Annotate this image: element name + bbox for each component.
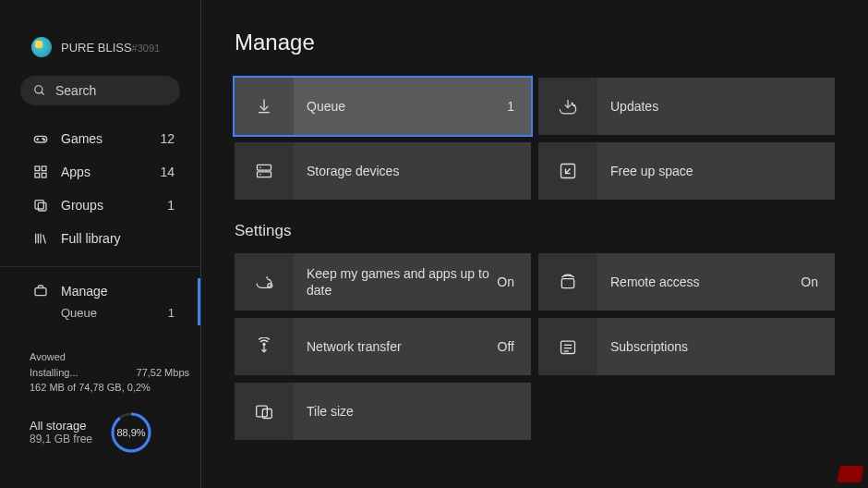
tile-value: 1 [507, 99, 514, 114]
library-icon [33, 231, 48, 246]
tile-label: Keep my games and apps up to date [307, 265, 497, 299]
install-title: Avowed [30, 349, 189, 365]
svg-line-1 [42, 92, 44, 95]
manage-tile-storage[interactable]: Storage devices [235, 142, 531, 200]
search-placeholder: Search [55, 83, 96, 98]
tile-label: Tile size [307, 403, 514, 420]
sidebar-item-label: Full library [61, 231, 121, 246]
remote-icon [538, 253, 597, 311]
nav: Games 12 Apps 14 Groups 1 Full library [0, 118, 200, 259]
storage-percent: 88,9% [109, 410, 153, 455]
sidebar-sub-queue[interactable]: Queue 1 [33, 304, 175, 325]
settings-tile-subscriptions[interactable]: Subscriptions [538, 318, 835, 375]
svg-rect-8 [42, 166, 46, 171]
svg-point-31 [262, 343, 265, 346]
tile-label: Free up space [610, 163, 818, 179]
network-icon [235, 318, 294, 375]
sidebar-item-apps[interactable]: Apps 14 [0, 155, 200, 189]
download-icon [235, 78, 294, 135]
svg-point-24 [259, 166, 261, 168]
storage-icon [235, 142, 294, 200]
profile-name: PURE BLISS [61, 41, 132, 55]
profile[interactable]: PURE BLISS#3091 [0, 0, 200, 76]
svg-point-0 [35, 86, 42, 93]
manage-tile-updates[interactable]: Updates [538, 78, 835, 135]
svg-rect-11 [35, 201, 43, 209]
sidebar-item-label: Apps [61, 165, 90, 179]
manage-grid: Queue1UpdatesStorage devicesFree up spac… [235, 78, 835, 200]
tilesize-icon [235, 383, 294, 440]
sidebar-item-groups[interactable]: Groups 1 [0, 189, 200, 222]
search-input[interactable]: Search [20, 76, 180, 105]
manage-icon [33, 284, 48, 299]
tile-value: Off [498, 339, 514, 354]
sidebar-item-manage[interactable]: Manage Queue 1 [0, 274, 200, 329]
svg-rect-23 [258, 172, 271, 177]
sidebar: PURE BLISS#3091 Search Games 12 Apps 14 … [0, 0, 201, 488]
svg-rect-10 [42, 173, 46, 177]
tile-label: Updates [610, 98, 818, 115]
sidebar-item-full-library[interactable]: Full library [0, 222, 200, 255]
divider [0, 266, 200, 267]
sidebar-sub-label: Queue [61, 306, 97, 320]
tile-label: Subscriptions [610, 338, 818, 355]
install-progress: 162 MB of 74,78 GB, 0,2% [30, 380, 189, 396]
updates-icon [538, 78, 597, 135]
settings-tile-keepupdate[interactable]: Keep my games and apps up to dateOn [235, 253, 531, 311]
svg-point-21 [573, 104, 575, 106]
install-status[interactable]: Avowed Installing... 77,52 Mbps 162 MB o… [0, 329, 200, 403]
search-icon [33, 84, 46, 97]
manage-tile-download[interactable]: Queue1 [235, 78, 531, 135]
sidebar-sub-count: 1 [168, 306, 175, 320]
keepupdate-icon [235, 253, 294, 311]
svg-point-27 [266, 276, 268, 278]
settings-title: Settings [235, 222, 835, 240]
storage-widget[interactable]: All storage 89,1 GB free 88,9% [0, 403, 200, 464]
svg-point-20 [572, 103, 573, 104]
tile-label: Remote access [610, 274, 801, 290]
settings-tile-remote[interactable]: Remote accessOn [538, 253, 835, 311]
svg-rect-7 [35, 166, 40, 171]
tile-value: On [801, 274, 818, 289]
tile-label: Network transfer [307, 338, 498, 355]
profile-tag: #3091 [132, 43, 161, 54]
avatar [31, 37, 52, 57]
svg-rect-22 [258, 165, 271, 170]
sidebar-item-games[interactable]: Games 12 [0, 122, 200, 155]
svg-rect-12 [38, 202, 46, 211]
settings-tile-network[interactable]: Network transferOff [235, 318, 531, 375]
svg-point-6 [43, 140, 44, 140]
storage-free: 89,1 GB free [30, 433, 92, 445]
sidebar-item-label: Manage [61, 284, 108, 299]
storage-label: All storage [30, 419, 92, 433]
svg-rect-36 [257, 406, 268, 417]
tile-label: Queue [307, 98, 507, 115]
manage-tile-freeup[interactable]: Free up space [538, 142, 835, 200]
main: Manage Queue1UpdatesStorage devicesFree … [201, 0, 868, 488]
subscriptions-icon [538, 318, 597, 375]
sidebar-item-label: Games [61, 131, 102, 146]
sidebar-item-count: 12 [160, 131, 175, 146]
gamepad-icon [33, 131, 48, 146]
svg-point-25 [259, 174, 261, 176]
settings-tile-tilesize[interactable]: Tile size [235, 383, 531, 440]
storage-gauge: 88,9% [109, 410, 153, 455]
page-title: Manage [235, 30, 835, 55]
apps-icon [33, 165, 48, 179]
sidebar-item-count: 1 [167, 198, 175, 213]
sidebar-item-count: 14 [160, 165, 175, 179]
corner-logo [837, 466, 863, 482]
settings-grid: Keep my games and apps up to dateOnRemot… [235, 253, 835, 440]
install-speed: 77,52 Mbps [137, 365, 189, 381]
svg-rect-9 [35, 173, 40, 177]
svg-rect-30 [561, 279, 573, 288]
tile-label: Storage devices [307, 163, 514, 179]
install-state: Installing... [30, 365, 78, 381]
freeup-icon [538, 142, 597, 200]
svg-rect-17 [35, 288, 46, 296]
groups-icon [33, 198, 48, 213]
sidebar-item-label: Groups [61, 198, 103, 213]
tile-value: On [497, 274, 514, 289]
svg-line-16 [43, 235, 46, 243]
svg-point-28 [269, 279, 271, 281]
